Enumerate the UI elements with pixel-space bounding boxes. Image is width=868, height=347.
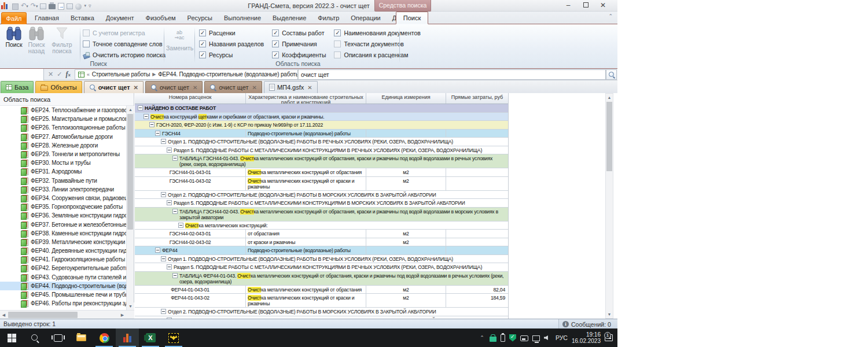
scroll-left-icon[interactable]: ◀ [0, 311, 8, 319]
scope-option[interactable]: Ресурсы [199, 49, 264, 60]
table-row[interactable]: Раздел 5. ПОДВОДНЫЕ РАБОТЫ С МЕТАЛЛИЧЕСК… [135, 146, 508, 155]
close-tab-icon[interactable]: ✕ [307, 84, 312, 91]
table-row[interactable]: Раздел 5. ПОДВОДНЫЕ РАБОТЫ С МЕТАЛЛИЧЕСК… [135, 263, 508, 272]
ribbon-tab[interactable]: Выполнение [218, 12, 267, 24]
name-box[interactable] [0, 69, 44, 80]
volume-icon[interactable] [544, 335, 548, 340]
collapse-icon[interactable] [167, 264, 172, 270]
minimize-button[interactable]: – [560, 0, 577, 11]
scroll-up-icon[interactable]: ▲ [127, 106, 134, 113]
column-header[interactable]: Характеристика и наименование строительн… [246, 93, 366, 104]
taskbar-task-view[interactable] [46, 328, 69, 347]
scope-option[interactable]: Составы работ [272, 27, 326, 38]
search-option[interactable]: Точное совпадение слов [83, 38, 165, 49]
scroll-right-icon[interactable]: ▶ [119, 311, 126, 319]
cancel-x-icon[interactable]: ✕ [48, 71, 53, 78]
tree-item[interactable]: ФЕР35. Горнопроходческие работы [0, 202, 126, 211]
language-indicator[interactable]: РУС [556, 334, 568, 341]
tree-item[interactable]: ФЕР36. Земляные конструкции гидроте [0, 211, 126, 220]
tree-item[interactable]: ФЕР38. Каменные конструкции гидроте [0, 229, 126, 238]
scope-option[interactable]: Наименования документов [334, 27, 420, 38]
search-button[interactable]: Поиск [3, 27, 24, 48]
ribbon-tab[interactable]: Фильтр [312, 12, 345, 24]
table-row[interactable]: НАЙДЕНО В СОСТАВЕ РАБОТ [135, 104, 508, 113]
collapse-ribbon-icon[interactable]: ⌃ [608, 13, 613, 19]
close-tab-icon[interactable]: ✕ [252, 84, 256, 91]
document-tab[interactable]: очист щет✕ [145, 81, 203, 93]
table-row[interactable]: Отдел 2. ПОДВОДНО-СТРОИТЕЛЬНЫЕ (ВОДОЛАЗН… [135, 308, 508, 316]
scope-option[interactable]: Расценки [199, 27, 264, 38]
taskbar-taskbar-search[interactable] [23, 328, 46, 347]
messages-status[interactable]: i Сообщений: 0 [558, 319, 617, 329]
fx-icon[interactable]: fx [65, 70, 71, 79]
checkbox[interactable] [83, 40, 90, 47]
collapse-icon[interactable] [161, 139, 166, 144]
collapse-icon[interactable] [138, 105, 143, 110]
table-row[interactable]: ФЕР44Подводно-строительные (водолазные) … [135, 246, 508, 255]
tree-item[interactable]: ФЕР34. Сооружения связи, радиовещани [0, 194, 126, 202]
breadcrumb[interactable]: « Строительные работы ▶ ФЕР44. Подводно-… [75, 69, 298, 80]
collapse-icon[interactable] [144, 114, 149, 119]
collapse-icon[interactable] [172, 156, 178, 161]
document-tab[interactable]: очист щет✕ [84, 81, 144, 93]
tree-item[interactable]: ФЕР46. Работы при реконструкции здан [0, 299, 126, 308]
tree-item[interactable]: ФЕР29. Тоннели и метрополитены [0, 150, 126, 158]
checkbox[interactable] [334, 51, 341, 58]
table-row[interactable]: ГЭСН44-01-043-01Очистка металлических ко… [135, 168, 508, 177]
ribbon-tab[interactable]: Операции [345, 12, 386, 24]
tree-item[interactable]: ФЕР37. Бетонные и железобетонные ко [0, 220, 126, 228]
document-tab[interactable]: МП4.gsfx✕ [264, 81, 318, 93]
tree-item[interactable]: ФЕР41. Гидроизоляционные работы в г [0, 255, 126, 264]
usb-icon[interactable] [501, 334, 505, 342]
checkbox[interactable] [272, 40, 279, 47]
tree-item[interactable]: ФЕР26. Теплоизоляционные работы [0, 123, 126, 132]
ribbon-tab[interactable]: Физобъем [140, 12, 182, 24]
table-row[interactable]: ТАБЛИЦА ФЕР44-01-043. Очистка металличес… [135, 272, 508, 286]
notification-icon[interactable]: 1 [605, 334, 613, 341]
clock[interactable]: 19:1616.02.2023 [572, 331, 601, 344]
tree-item[interactable]: ФЕР43. Судовозные пути стапелей и сл [0, 273, 126, 282]
document-tab[interactable]: База [1, 81, 34, 93]
file-tab[interactable]: Файл [1, 12, 27, 24]
collapse-icon[interactable] [155, 248, 160, 253]
collapse-icon[interactable] [178, 223, 183, 228]
ribbon-tab[interactable]: Главная [29, 12, 65, 24]
taskbar-chrome[interactable] [93, 328, 116, 347]
table-row[interactable]: ГЭСН44Подводно-строительные (водолазные)… [135, 130, 508, 138]
tree-item[interactable]: ФЕР32. Трамвайные пути [0, 176, 126, 185]
checkbox[interactable] [334, 29, 341, 36]
collapse-icon[interactable] [155, 131, 160, 136]
collapse-icon[interactable] [149, 122, 155, 127]
table-row[interactable]: Очистка конструкций щетками и скребками … [135, 113, 508, 121]
scope-option[interactable]: Техчасти документов [334, 38, 420, 49]
scroll-down-icon[interactable]: ▼ [606, 311, 613, 318]
taskbar-start[interactable] [0, 328, 23, 347]
sidebar-horizontal-scrollbar[interactable]: ◀ ▶ [0, 310, 134, 319]
collapse-icon[interactable] [172, 209, 178, 214]
checkbox[interactable] [272, 51, 279, 58]
collapse-icon[interactable] [172, 273, 178, 278]
ribbon-tab[interactable]: Вставка [65, 12, 100, 24]
tree-item[interactable]: ФЕР31. Аэродромы [0, 167, 126, 176]
ribbon-tab[interactable]: Ресурсы [182, 12, 218, 24]
lock-icon[interactable] [490, 337, 496, 342]
table-row[interactable]: Отдел 1. ПОДВОДНО-СТРОИТЕЛЬНЫЕ (ВОДОЛАЗН… [135, 138, 508, 146]
table-vertical-scrollbar[interactable]: ▲ ▼ [605, 93, 613, 319]
tree-item[interactable]: ФЕР33. Линии электропередачи [0, 185, 126, 194]
scope-option[interactable]: Описания к расценкам [334, 49, 420, 60]
tree-item[interactable]: ФЕР40. Деревянные конструкции гидро [0, 246, 126, 255]
card-icon[interactable] [520, 335, 528, 341]
table-row[interactable]: ТАБЛИЦА ГЭСН44-01-043. Очистка металличе… [135, 154, 508, 168]
confirm-check-icon[interactable]: ✓ [57, 71, 62, 78]
tree-item[interactable]: ФЕР39. Металлические конструкции ги [0, 238, 126, 246]
ribbon-tab[interactable]: Документ [100, 12, 140, 24]
taskbar-bat-app[interactable] [162, 328, 185, 347]
taskbar-grand-smeta[interactable] [116, 328, 139, 347]
document-tab[interactable]: Объекты [35, 81, 82, 93]
tree-item[interactable]: ФЕР28. Железные дороги [0, 141, 126, 150]
table-row[interactable]: ГЭСН44-02-043-01от обрастаниям2 [135, 230, 508, 238]
table-row[interactable]: ТАБЛИЦА ГЭСН44-02-043. Очистка металличе… [135, 208, 508, 222]
sidebar-vertical-scrollbar[interactable]: ▲ ▼ [126, 106, 134, 310]
tree-item[interactable]: ФЕР30. Мосты и трубы [0, 158, 126, 167]
scroll-up-icon[interactable]: ▲ [606, 94, 613, 101]
